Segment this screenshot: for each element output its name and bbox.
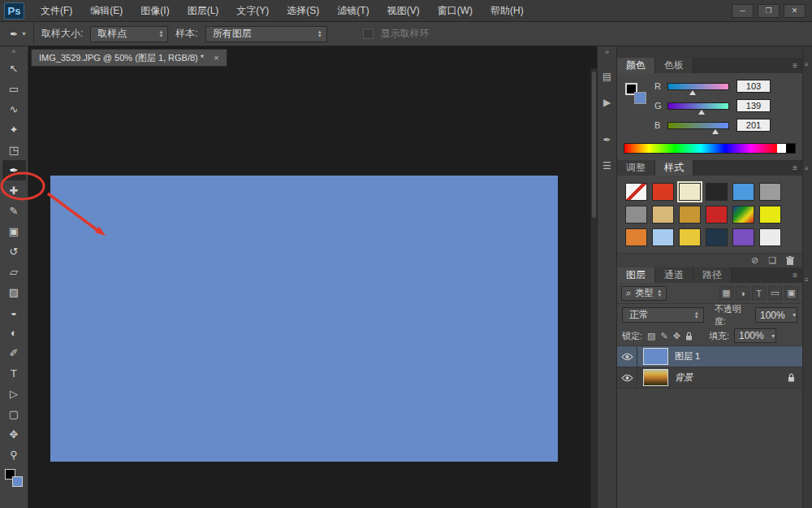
green-value-field[interactable]: 139 xyxy=(736,99,771,112)
style-swatch[interactable] xyxy=(679,183,701,201)
style-swatch[interactable] xyxy=(759,228,781,246)
menu-help[interactable]: 帮助(H) xyxy=(482,0,533,22)
collapsed-history-panel-icon[interactable]: ▤ xyxy=(599,68,615,85)
style-swatch[interactable] xyxy=(706,183,728,201)
tab-swatches[interactable]: 色板 xyxy=(655,58,693,73)
delete-style-icon[interactable] xyxy=(786,256,794,265)
canvas-image[interactable] xyxy=(50,176,558,462)
style-swatch[interactable] xyxy=(732,228,754,246)
style-swatch[interactable] xyxy=(625,183,647,201)
style-swatch[interactable] xyxy=(679,228,701,246)
path-selection-tool[interactable]: ▷ xyxy=(2,384,26,404)
pen-tool[interactable]: ✐ xyxy=(2,343,26,363)
style-swatch[interactable] xyxy=(652,228,674,246)
collapsed-notes-panel-icon[interactable]: ☰ xyxy=(599,158,615,174)
tab-layers[interactable]: 图层 xyxy=(617,267,655,283)
layer-row-background[interactable]: 背景 xyxy=(617,367,802,389)
sample-dropdown[interactable]: 所有图层 xyxy=(205,26,327,42)
layer-filter-dropdown[interactable]: ⌕ 类型 xyxy=(621,286,667,301)
tab-paths[interactable]: 路径 xyxy=(693,267,732,283)
tab-adjustments[interactable]: 调整 xyxy=(617,160,655,176)
blue-slider-thumb[interactable] xyxy=(712,129,719,134)
style-swatch[interactable] xyxy=(652,183,674,201)
toolbar-collapse-icon[interactable]: « xyxy=(11,47,15,59)
menu-image[interactable]: 图像(I) xyxy=(132,0,178,22)
filter-smart-objects-icon[interactable]: ▣ xyxy=(784,286,798,300)
document-tab[interactable]: IMG_3529.JPG @ 50% (图层 1, RGB/8) * × xyxy=(31,49,227,67)
tab-channels[interactable]: 通道 xyxy=(655,267,693,283)
layer-thumbnail-1[interactable] xyxy=(643,348,668,365)
marquee-tool[interactable]: ▭ xyxy=(2,79,26,99)
eyedropper-tool[interactable]: ✒ xyxy=(2,160,26,180)
panel-menu-icon[interactable]: ≡ xyxy=(805,61,809,68)
style-swatch[interactable] xyxy=(652,206,674,224)
eraser-tool[interactable]: ▱ xyxy=(2,262,26,282)
opacity-dropdown[interactable]: 100% ▼ xyxy=(755,307,797,323)
new-style-icon[interactable]: ❏ xyxy=(768,255,776,266)
fill-dropdown[interactable]: 100% ▼ xyxy=(734,328,776,343)
panel-background-swatch[interactable] xyxy=(634,92,646,104)
panel-menu-icon[interactable]: ≡ xyxy=(793,58,802,73)
style-swatch[interactable] xyxy=(759,183,781,201)
history-brush-tool[interactable]: ↺ xyxy=(2,241,26,262)
blur-tool[interactable]: ◒ xyxy=(2,302,26,323)
healing-brush-tool[interactable]: ✚ xyxy=(2,180,26,201)
dock-collapse-icon[interactable]: » xyxy=(605,48,609,59)
tab-styles[interactable]: 样式 xyxy=(655,160,693,176)
filter-adjustment-layers-icon[interactable]: ◑ xyxy=(736,286,749,300)
panel-foreground-background[interactable] xyxy=(625,83,646,104)
menu-edit[interactable]: 编辑(E) xyxy=(81,0,132,22)
layer-thumbnail-background[interactable] xyxy=(643,369,668,386)
blend-mode-dropdown[interactable]: 正常 xyxy=(622,307,704,323)
style-swatch[interactable] xyxy=(625,206,647,224)
show-sampling-ring-checkbox[interactable] xyxy=(363,28,374,39)
tab-color[interactable]: 颜色 xyxy=(617,58,655,73)
blue-value-field[interactable]: 201 xyxy=(736,119,771,132)
lasso-tool[interactable]: ∿ xyxy=(2,99,26,119)
layer-name[interactable]: 图层 1 xyxy=(675,350,700,363)
menu-filter[interactable]: 滤镜(T) xyxy=(328,0,378,22)
zoom-tool[interactable]: ⚲ xyxy=(2,445,26,465)
style-swatch[interactable] xyxy=(625,228,647,246)
crop-tool[interactable]: ◳ xyxy=(2,140,26,160)
style-swatch[interactable] xyxy=(732,183,754,201)
clone-stamp-tool[interactable]: ▣ xyxy=(2,221,26,241)
brush-tool[interactable]: ✎ xyxy=(2,201,26,221)
lock-pixels-icon[interactable]: ✎ xyxy=(660,331,667,341)
tool-preset-picker[interactable]: ✒ ▼ xyxy=(6,22,34,46)
layer-name[interactable]: 背景 xyxy=(675,371,693,384)
gradient-tool[interactable]: ▨ xyxy=(2,282,26,302)
green-slider-thumb[interactable] xyxy=(698,110,705,115)
collapsed-panel-expand-icon[interactable]: ▶ xyxy=(599,94,615,111)
panel-menu-icon[interactable]: ≡ xyxy=(805,276,809,284)
restore-button[interactable]: ❐ xyxy=(758,4,780,18)
style-swatch[interactable] xyxy=(759,206,781,224)
sample-size-dropdown[interactable]: 取样点 xyxy=(90,26,168,42)
foreground-background-colors[interactable] xyxy=(5,469,23,487)
clear-style-icon[interactable]: ⊘ xyxy=(751,255,758,266)
red-value-field[interactable]: 103 xyxy=(736,80,771,93)
close-button[interactable]: ✕ xyxy=(784,4,806,18)
lock-position-icon[interactable]: ✥ xyxy=(673,331,680,341)
scrollbar-thumb[interactable] xyxy=(592,72,596,218)
filter-pixel-layers-icon[interactable]: ▦ xyxy=(719,286,733,300)
style-swatch[interactable] xyxy=(706,228,728,246)
style-swatch[interactable] xyxy=(679,206,701,224)
panel-menu-icon[interactable]: ≡ xyxy=(805,165,809,172)
menu-file[interactable]: 文件(F) xyxy=(32,0,81,22)
background-color-swatch[interactable] xyxy=(12,476,23,487)
shape-tool[interactable]: ▢ xyxy=(2,404,26,424)
canvas-scrollbar[interactable] xyxy=(590,68,597,508)
lock-transparency-icon[interactable]: ▨ xyxy=(647,331,655,341)
menu-view[interactable]: 视图(V) xyxy=(378,0,429,22)
document-tab-close-icon[interactable]: × xyxy=(214,53,218,63)
dodge-tool[interactable]: ◐ xyxy=(2,323,26,343)
menu-type[interactable]: 文字(Y) xyxy=(227,0,278,22)
red-slider[interactable] xyxy=(667,83,729,90)
red-slider-thumb[interactable] xyxy=(689,90,696,95)
filter-type-layers-icon[interactable]: T xyxy=(752,286,766,300)
menu-layer[interactable]: 图层(L) xyxy=(179,0,228,22)
layer-visibility-toggle[interactable] xyxy=(617,367,637,388)
panel-menu-icon[interactable]: ≡ xyxy=(793,267,802,283)
menu-select[interactable]: 选择(S) xyxy=(278,0,328,22)
